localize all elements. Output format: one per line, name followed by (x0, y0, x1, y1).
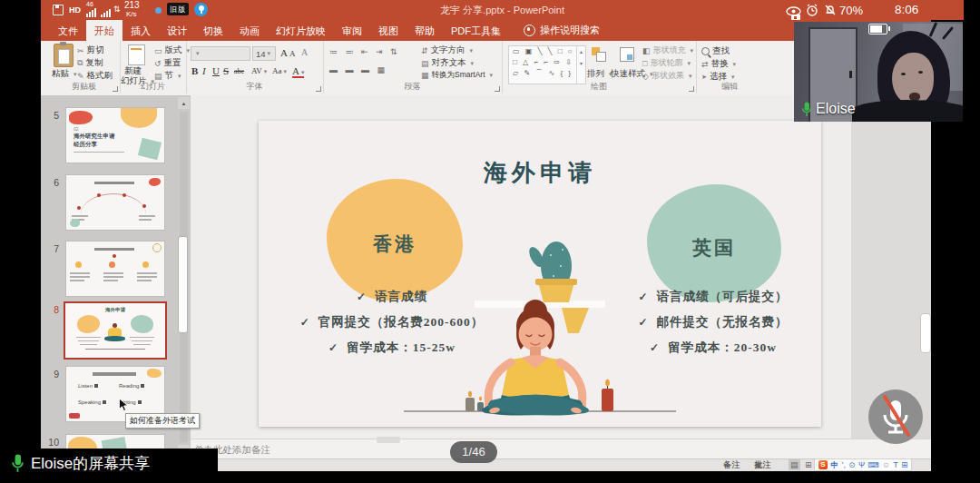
shapes-gallery[interactable]: ▭ ▣ ╲ ╲ □ ○ □ △ ⌐ ⌐ ⇨ ⇩ ▱ ✎ ⌒ ∿ { } ▴▾ (508, 45, 586, 84)
thumb-slide-5[interactable]: 02 海外研究生申请 经历分享 (65, 107, 165, 163)
ime-clock-icon[interactable]: ⊙ (848, 460, 855, 469)
tab-transitions[interactable]: 切换 (195, 20, 231, 41)
thumb-slide-7[interactable] (65, 241, 165, 297)
headphones-icon (94, 384, 98, 388)
dialog-launcher-icon[interactable] (316, 86, 321, 92)
clear-format-button[interactable]: A (301, 47, 308, 57)
check-icon: ✓ (328, 341, 338, 355)
mini-green-blob (131, 315, 153, 333)
char-spacing-button[interactable]: AV (251, 66, 267, 75)
font-color-button[interactable]: A (292, 65, 304, 78)
battery-icon (868, 24, 887, 34)
grow-font-button[interactable]: A (280, 47, 288, 58)
replace-button[interactable]: ⇄替换 (701, 58, 736, 70)
new-slide-icon (128, 44, 145, 65)
paragraph-group-label: 段落 (323, 81, 502, 93)
tell-me-search[interactable]: 操作说明搜索 (524, 20, 600, 41)
bold-button[interactable]: B (191, 65, 198, 76)
mini-logo (69, 413, 80, 419)
presenter-name: Eloise (816, 101, 856, 117)
panel-scroll-up-button[interactable]: ▴ (178, 97, 190, 109)
group-font: 14 A A A B I U S abc AV Aa A 字体 (186, 41, 324, 94)
quick-styles-button[interactable] (620, 47, 634, 62)
mini-col-icon (75, 261, 82, 268)
tab-view[interactable]: 视图 (370, 20, 407, 41)
tab-review[interactable]: 审阅 (334, 20, 370, 41)
thumb-slide-6[interactable] (65, 174, 165, 231)
shape-fill-button[interactable]: ◧形状填充 (642, 44, 693, 56)
ime-language-icon[interactable]: 中 (831, 460, 839, 469)
font-size-select[interactable]: 14 (252, 46, 276, 61)
ime-grid-icon[interactable]: ⊞ (901, 460, 907, 469)
dialog-launcher-icon[interactable] (495, 86, 500, 92)
alignment-icons[interactable]: ▬ ▬ ▬ ▦ (329, 65, 387, 74)
panel-scrollbar-thumb[interactable] (178, 236, 188, 333)
paste-label[interactable]: 粘贴 (52, 68, 77, 80)
ime-keyboard-icon[interactable]: ⌨ (867, 460, 878, 469)
webcam-name-label: Eloise (801, 101, 856, 117)
text-direction-button[interactable]: ⇵文字方向 (421, 44, 473, 56)
arrange-button[interactable] (592, 47, 605, 61)
highlight-button[interactable]: abc (234, 67, 244, 75)
find-button[interactable]: 查找 (701, 45, 730, 57)
tab-pdf-tools[interactable]: PDF工具集 (443, 20, 509, 41)
android-status-bar: HD 46 ⇅ 213 K/s 旧版 龙宇 分享.pptx - PowerPoi… (41, 0, 964, 20)
notes-pane[interactable]: 单击此处添加备注 (191, 439, 931, 458)
sogou-logo-icon[interactable]: S (818, 460, 828, 469)
mini-title-bar (93, 372, 136, 376)
tab-file[interactable]: 文件 (50, 20, 86, 41)
mini-word-listen: Listen (78, 383, 98, 389)
italic-button[interactable]: I (202, 65, 206, 76)
align-text-button[interactable]: ▤对齐文本 (421, 57, 474, 69)
ime-toolbar[interactable]: S 中 ’, ⊙ Ψ ⌨ ☺ T ⊞ (814, 458, 912, 471)
shape-outline-button[interactable]: □形状轮廓 (642, 57, 691, 69)
deco-green-shape (138, 138, 162, 161)
ime-punctuation-icon[interactable]: ’, (842, 460, 846, 469)
tab-help[interactable]: 帮助 (407, 20, 443, 41)
font-name-select[interactable] (191, 46, 250, 61)
mic-icon (103, 400, 106, 404)
thumb-slide-8-selected[interactable]: 海外申请 (64, 301, 167, 360)
book-icon (141, 384, 144, 388)
group-drawing: ▭ ▣ ╲ ╲ □ ○ □ △ ⌐ ⌐ ⇨ ⇩ ▱ ✎ ⌒ ∿ { } ▴▾ 排… (502, 41, 697, 94)
tab-animations[interactable]: 动画 (231, 20, 268, 41)
reset-button[interactable]: ↺重置 (154, 57, 181, 69)
timeline-dot (142, 204, 146, 208)
vertical-scrollbar-thumb[interactable] (920, 313, 931, 353)
check-icon: ✓ (357, 291, 367, 304)
tab-design[interactable]: 设计 (159, 20, 195, 41)
ime-mic-icon[interactable]: Ψ (858, 460, 865, 469)
webcam-video-tile[interactable]: Eloise (794, 22, 963, 122)
change-case-button[interactable]: Aa (272, 66, 287, 75)
mute-mic-button[interactable] (868, 389, 923, 444)
tab-home[interactable]: 开始 (86, 20, 122, 41)
slide-canvas[interactable]: 海外申请 香港 英国 ✓语言成绩 ✓官网提交（报名费200-600） ✓留学成本… (259, 121, 821, 427)
tab-slideshow[interactable]: 幻灯片放映 (268, 20, 334, 41)
underline-button[interactable]: U (212, 65, 220, 76)
layout-button[interactable]: ▭版式 (154, 44, 190, 56)
new-slide-button[interactable] (128, 44, 145, 65)
group-slides: 新建 幻灯片 ▭版式 ↺重置 ▤节 幻灯片 (120, 41, 187, 94)
strikethrough-button[interactable]: S (223, 65, 229, 76)
mouse-cursor-icon (118, 398, 129, 412)
normal-view-button[interactable]: ▤ (789, 459, 800, 470)
paste-button[interactable] (54, 44, 74, 67)
meditation-illustration (395, 226, 685, 422)
copy-button[interactable]: ⧉复制 (77, 57, 103, 69)
ime-person-icon[interactable]: ☺ (882, 460, 890, 469)
cut-button[interactable]: ✂剪切 (77, 44, 104, 56)
ime-skin-icon[interactable]: T (893, 460, 897, 469)
mini-col-icon (109, 261, 115, 268)
quick-styles-icon (620, 47, 634, 62)
gallery-scrollbar[interactable]: ▴▾ (576, 46, 585, 84)
thumb-number-8: 8 (44, 304, 59, 315)
shrink-font-button[interactable]: A (289, 49, 296, 58)
slide-sorter-view-button[interactable]: ⊞ (805, 459, 812, 470)
smartart-button[interactable]: ▦转换为SmartArt (421, 70, 493, 81)
dialog-launcher-icon[interactable] (689, 86, 694, 92)
list-indent-icons[interactable]: ≔ ≕ ⇤ ⇥ ⇅ (329, 47, 400, 56)
tab-insert[interactable]: 插入 (122, 20, 159, 41)
paste-icon (54, 44, 74, 67)
notes-splitter-handle[interactable] (377, 437, 400, 443)
dialog-launcher-icon[interactable] (113, 86, 118, 92)
